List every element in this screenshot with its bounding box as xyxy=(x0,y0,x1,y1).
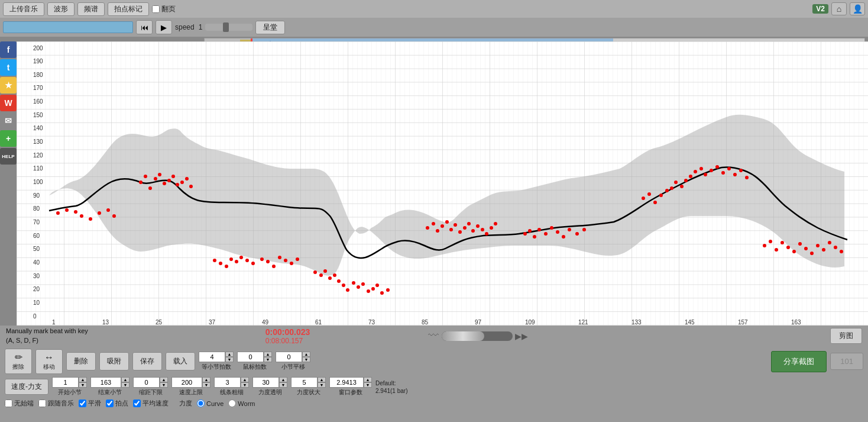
adsorb-btn[interactable]: 吸附 xyxy=(99,352,129,371)
svg-text:100: 100 xyxy=(33,179,43,185)
svg-point-92 xyxy=(441,224,444,228)
svg-text:97: 97 xyxy=(475,319,482,326)
click-count-input[interactable]: 0 xyxy=(237,352,264,362)
move-btn[interactable]: ↔ 移动 xyxy=(35,349,63,374)
smooth-degree-input[interactable]: 30 xyxy=(252,377,279,388)
upper-limit-input[interactable]: 200 xyxy=(171,377,202,388)
beats-per-bar-input[interactable]: 4 xyxy=(199,352,225,362)
line-precision-down[interactable]: ▼ xyxy=(241,382,249,388)
curve-radio[interactable] xyxy=(197,400,205,407)
click-count-up[interactable]: ▲ xyxy=(264,352,272,357)
window-param-down[interactable]: ▼ xyxy=(364,382,372,388)
lower-limit-input[interactable]: 0 xyxy=(133,377,160,388)
facebook-btn[interactable]: f xyxy=(0,41,17,58)
svg-point-76 xyxy=(328,276,332,280)
erase-btn[interactable]: ✏ 擦除 xyxy=(5,349,32,374)
svg-point-148 xyxy=(834,246,837,249)
chart-area[interactable]: 200 190 180 170 160 150 140 130 120 110 … xyxy=(17,41,868,326)
svg-text:190: 190 xyxy=(33,58,43,65)
window-param-input[interactable]: 2.9413 xyxy=(329,377,364,388)
upper-limit-down[interactable]: ▼ xyxy=(202,382,210,388)
svg-point-51 xyxy=(163,182,166,185)
svg-point-100 xyxy=(476,224,480,228)
beats-per-bar-down[interactable]: ▼ xyxy=(225,357,234,362)
save-btn[interactable]: 保存 xyxy=(132,352,162,371)
svg-point-147 xyxy=(828,241,831,244)
upper-limit-spinner: ▲ ▼ xyxy=(202,377,210,388)
upper-limit-up[interactable]: ▲ xyxy=(202,377,210,382)
arrow-right-icon: ▶▶ xyxy=(515,331,528,341)
svg-point-53 xyxy=(171,175,175,178)
svg-point-82 xyxy=(357,285,360,289)
share-btn[interactable]: 分享截图 xyxy=(771,351,827,372)
svg-point-133 xyxy=(733,173,737,176)
controls-row3: 无始端 跟随音乐 平滑 拍点 平均速度 力度 Curve Worm xyxy=(5,399,863,408)
user-btn[interactable]: 👤 xyxy=(850,2,865,15)
no-edge-checkbox[interactable] xyxy=(5,400,12,407)
svg-point-38 xyxy=(56,211,60,215)
force-size-down[interactable]: ▼ xyxy=(318,382,326,388)
smooth-degree-down[interactable]: ▼ xyxy=(279,382,287,388)
start-bar-down[interactable]: ▼ xyxy=(79,382,87,388)
cut-view-btn[interactable]: 剪图 xyxy=(830,328,862,344)
plus-btn[interactable]: + xyxy=(0,130,17,147)
prev-btn[interactable]: ⏮ xyxy=(136,20,153,34)
beats-per-measure-up[interactable]: ▲ xyxy=(302,352,310,357)
force-size-up[interactable]: ▲ xyxy=(318,377,326,382)
beat-mark-btn[interactable]: 拍点标记 xyxy=(108,2,149,16)
click-count-down[interactable]: ▼ xyxy=(264,357,272,362)
spectrum-btn[interactable]: 频谱 xyxy=(77,2,105,16)
speed-slider[interactable] xyxy=(205,24,252,31)
svg-point-116 xyxy=(642,196,645,200)
waveform-btn[interactable]: 波形 xyxy=(47,2,75,16)
svg-point-124 xyxy=(684,179,688,182)
upper-limit-group: 200 ▲ ▼ 速度上限 xyxy=(171,377,210,397)
delete-btn[interactable]: 删除 xyxy=(66,352,96,371)
home-btn[interactable]: ⌂ xyxy=(831,2,847,15)
svg-point-85 xyxy=(371,287,375,291)
weibo-btn[interactable]: W xyxy=(0,95,17,111)
worm-radio[interactable] xyxy=(228,400,236,407)
svg-point-90 xyxy=(432,222,435,226)
follow-music-checkbox[interactable] xyxy=(38,400,46,407)
beats-per-measure-down[interactable]: ▼ xyxy=(302,357,310,362)
upload-music-btn[interactable]: 上传音乐 xyxy=(3,2,44,16)
waveform-icon: 〰 xyxy=(428,330,439,342)
svg-text:180: 180 xyxy=(33,72,43,78)
line-precision-input[interactable]: 3 xyxy=(214,377,241,388)
smooth-checkbox[interactable] xyxy=(79,400,86,407)
svg-point-140 xyxy=(786,246,790,249)
page-checkbox[interactable] xyxy=(152,5,160,13)
twitter-btn[interactable]: t xyxy=(0,59,17,76)
end-bar-input[interactable]: 163 xyxy=(90,377,121,388)
speed-force-btn[interactable]: 速度-力支 xyxy=(5,379,48,395)
star-btn[interactable]: ★ xyxy=(0,77,17,94)
force-size-input[interactable]: 5 xyxy=(291,377,318,388)
end-bar-up[interactable]: ▲ xyxy=(121,377,129,382)
start-bar-input[interactable]: 1 xyxy=(52,377,79,388)
play-btn[interactable]: ▶ xyxy=(156,20,172,34)
mail-btn[interactable]: ✉ xyxy=(0,112,17,129)
help-btn[interactable]: HELP xyxy=(0,148,17,165)
svg-point-65 xyxy=(251,262,255,265)
beats-per-bar-up[interactable]: ▲ xyxy=(225,352,234,357)
filename-input[interactable]: 兔皮灰展开邮1 xyxy=(3,21,133,33)
smooth-degree-up[interactable]: ▲ xyxy=(279,377,287,382)
default-text: Default: 2.941(1 bar) xyxy=(375,379,407,395)
window-param-up[interactable]: ▲ xyxy=(364,377,372,382)
beats-per-measure-input[interactable]: 0 xyxy=(276,352,302,362)
line-precision-up[interactable]: ▲ xyxy=(241,377,249,382)
end-bar-down[interactable]: ▼ xyxy=(121,382,129,388)
progress-bar[interactable] xyxy=(442,331,513,341)
lower-limit-down[interactable]: ▼ xyxy=(160,382,168,388)
svg-text:140: 140 xyxy=(33,125,43,131)
load-btn[interactable]: 载入 xyxy=(166,352,195,371)
start-bar-up[interactable]: ▲ xyxy=(79,377,87,382)
beat-point-checkbox[interactable] xyxy=(106,400,114,407)
confirm-btn[interactable]: 呈堂 xyxy=(255,21,285,34)
svg-point-142 xyxy=(798,242,802,246)
svg-point-86 xyxy=(375,284,379,287)
avg-speed-checkbox[interactable] xyxy=(133,400,141,407)
lower-limit-up[interactable]: ▲ xyxy=(160,377,168,382)
svg-point-93 xyxy=(445,220,449,224)
